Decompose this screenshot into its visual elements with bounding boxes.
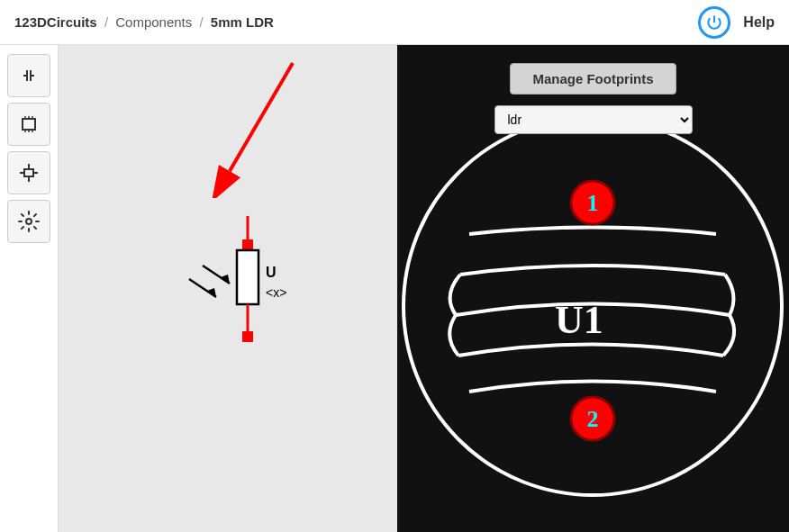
ldr-schematic-symbol: U <x> — [176, 216, 374, 396]
svg-text:<x>: <x> — [266, 285, 286, 300]
svg-point-16 — [26, 219, 32, 224]
sep2: / — [199, 14, 203, 30]
svg-line-18 — [230, 63, 293, 171]
svg-rect-23 — [242, 331, 253, 342]
power-button[interactable] — [698, 6, 730, 39]
left-toolbar — [0, 45, 59, 532]
svg-rect-20 — [242, 239, 253, 250]
right-controls: Manage Footprints ldr ldr_smd ldr_throug… — [397, 63, 789, 134]
svg-text:U: U — [266, 265, 277, 280]
chip-tool-button[interactable] — [7, 103, 50, 146]
schematic-area[interactable]: U <x> — [59, 45, 397, 532]
red-arrow — [203, 54, 320, 198]
svg-text:2: 2 — [587, 406, 599, 432]
svg-text:1: 1 — [587, 190, 599, 216]
current-page: 5mm LDR — [211, 14, 274, 30]
breadcrumb: 123DCircuits / Components / 5mm LDR — [14, 14, 274, 30]
manage-footprints-button[interactable]: Manage Footprints — [510, 63, 676, 95]
svg-line-26 — [189, 279, 216, 297]
settings-tool-button[interactable] — [7, 200, 50, 243]
svg-text:U1: U1 — [555, 298, 603, 342]
help-link[interactable]: Help — [743, 14, 775, 31]
svg-line-24 — [203, 266, 230, 284]
capacitor-tool-button[interactable] — [7, 54, 50, 97]
sep1: / — [104, 14, 108, 30]
footprint-select[interactable]: ldr ldr_smd ldr_through_hole — [494, 105, 693, 134]
brand-name: 123DCircuits — [14, 14, 97, 30]
header-right: Help — [698, 6, 775, 39]
components-link[interactable]: Components — [115, 14, 192, 30]
main-layout: U <x> Manage Footprints ldr ldr_smd ldr_… — [0, 45, 789, 532]
svg-rect-4 — [23, 119, 35, 130]
resistor-tool-button[interactable] — [7, 151, 50, 194]
svg-rect-12 — [24, 169, 33, 176]
right-panel: Manage Footprints ldr ldr_smd ldr_throug… — [397, 45, 789, 532]
app-header: 123DCircuits / Components / 5mm LDR Help — [0, 0, 789, 45]
svg-rect-21 — [237, 250, 258, 304]
